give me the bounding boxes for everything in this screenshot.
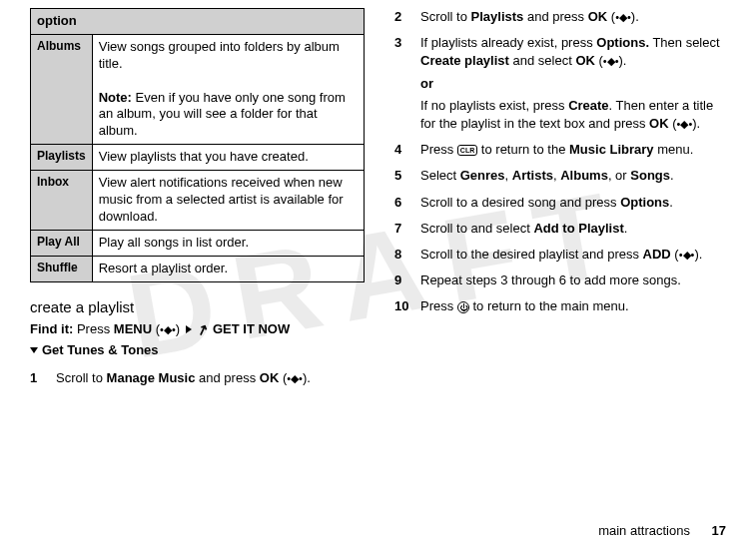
right-arrow-icon (186, 325, 192, 333)
row-desc: View songs grouped into folders by album… (92, 34, 364, 144)
find-it-line: Find it: Press MENU (•◆•) ↗ GET IT NOW G… (30, 319, 365, 360)
page-content: option Albums View songs grouped into fo… (0, 0, 756, 403)
center-key-icon: •◆• (615, 10, 631, 25)
table-row: Albums View songs grouped into folders b… (31, 34, 365, 144)
center-key-icon: •◆• (603, 54, 619, 69)
row-desc: Play all songs in list order. (92, 230, 364, 256)
step-item: 1 Scroll to Manage Music and press OK (•… (30, 369, 365, 387)
table-row: Play All Play all songs in list order. (31, 230, 365, 256)
power-key-icon: ⏻ (457, 301, 469, 313)
step-item: 2 Scroll to Playlists and press OK (•◆•)… (394, 8, 726, 26)
row-desc: View alert notifications received when n… (92, 171, 364, 231)
table-row: Playlists View playlists that you have c… (31, 145, 365, 171)
left-column: option Albums View songs grouped into fo… (30, 8, 365, 395)
section-heading: create a playlist (30, 298, 365, 315)
center-key-icon: •◆• (287, 371, 303, 386)
step-item: 8 Scroll to the desired playlist and pre… (394, 246, 726, 264)
row-name: Playlists (31, 145, 93, 171)
note-label: Note: (99, 90, 132, 105)
footer-label: main attractions (598, 523, 690, 538)
table-row: Inbox View alert notifications received … (31, 171, 365, 231)
row-desc: Resort a playlist order. (92, 256, 364, 281)
step-item: 3 If playlists already exist, press Opti… (394, 34, 726, 133)
row-name: Play All (31, 230, 93, 256)
right-column: 2 Scroll to Playlists and press OK (•◆•)… (394, 8, 726, 395)
page-number: 17 (712, 523, 726, 538)
steps-left: 1 Scroll to Manage Music and press OK (•… (30, 369, 365, 387)
row-name: Shuffle (31, 256, 93, 281)
step-item: 4 Press CLR to return to the Music Libra… (394, 141, 726, 159)
step-item: 5 Select Genres, Artists, Albums, or Son… (394, 167, 726, 185)
step-item: 6 Scroll to a desired song and press Opt… (394, 194, 726, 212)
step-item: 10 Press ⏻ to return to the main menu. (394, 297, 726, 315)
down-arrow-icon (30, 347, 38, 353)
getitnow-icon: ↗ (194, 317, 212, 341)
row-desc: View playlists that you have created. (92, 145, 364, 171)
table-row: Shuffle Resort a playlist order. (31, 256, 365, 281)
steps-right: 2 Scroll to Playlists and press OK (•◆•)… (394, 8, 726, 315)
row-name: Inbox (31, 171, 93, 231)
center-key-icon: •◆• (160, 321, 176, 338)
step-item: 9 Repeat steps 3 through 6 to add more s… (394, 272, 726, 289)
clr-key-icon: CLR (457, 145, 477, 156)
step-item: 7 Scroll to and select Add to Playlist. (394, 220, 726, 238)
center-key-icon: •◆• (677, 117, 693, 132)
page-footer: main attractions 17 (598, 523, 726, 538)
or-label: or (420, 75, 726, 93)
options-table: option Albums View songs grouped into fo… (30, 8, 365, 282)
center-key-icon: •◆• (679, 248, 695, 263)
row-name: Albums (31, 34, 93, 144)
table-header: option (31, 9, 365, 35)
